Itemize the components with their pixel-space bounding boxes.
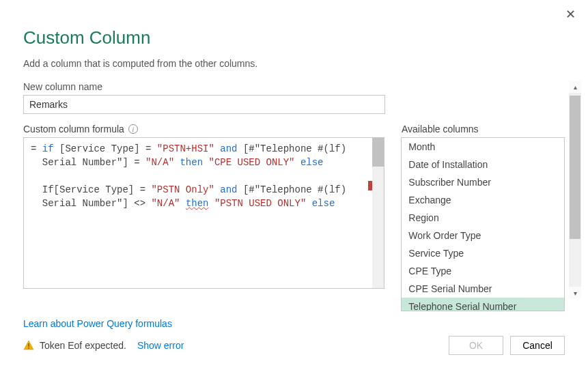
warning-icon <box>23 340 34 351</box>
list-item[interactable]: Date of Installation <box>402 156 564 173</box>
scroll-down-icon[interactable]: ▾ <box>569 287 581 299</box>
formula-editor[interactable]: = if [Service Type] = "PSTN+HSI" and [#"… <box>23 137 384 289</box>
new-column-name-input[interactable] <box>23 95 385 114</box>
list-item[interactable]: Exchange <box>402 191 564 209</box>
formula-label: Custom column formula <box>23 124 124 134</box>
list-item[interactable]: Telephone Serial Number <box>402 298 564 311</box>
cancel-button[interactable]: Cancel <box>510 336 565 355</box>
error-marker <box>368 181 372 190</box>
list-item[interactable]: Service Type <box>402 244 564 262</box>
info-icon[interactable]: i <box>128 124 138 134</box>
list-item[interactable]: Work Order Type <box>402 227 564 244</box>
list-item[interactable]: Month <box>402 138 564 156</box>
formula-text[interactable]: = if [Service Type] = "PSTN+HSI" and [#"… <box>24 138 384 214</box>
show-error-link[interactable]: Show error <box>137 340 184 351</box>
scroll-up-icon[interactable]: ▴ <box>569 81 581 93</box>
svg-rect-2 <box>28 347 29 349</box>
formula-scrollbar[interactable] <box>372 138 384 288</box>
svg-rect-1 <box>28 343 29 347</box>
list-item[interactable]: Region <box>402 209 564 227</box>
error-message: Token Eof expected. <box>40 340 126 351</box>
ok-button[interactable]: OK <box>449 336 503 355</box>
list-item[interactable]: CPE Serial Number <box>402 280 564 298</box>
learn-link[interactable]: Learn about Power Query formulas <box>23 318 172 329</box>
list-item[interactable]: CPE Type <box>402 262 564 280</box>
scroll-thumb[interactable] <box>570 96 580 239</box>
list-item[interactable]: Subscriber Number <box>402 173 564 191</box>
dialog-title: Custom Column <box>23 27 565 48</box>
available-columns-label: Available columns <box>402 124 479 134</box>
formula-scroll-thumb[interactable] <box>372 138 384 167</box>
dialog-scrollbar[interactable]: ▴ ▾ <box>569 81 581 299</box>
available-columns-list[interactable]: MonthDate of InstallationSubscriber Numb… <box>401 137 565 311</box>
dialog-description: Add a column that is computed from the o… <box>23 58 565 69</box>
close-icon[interactable]: ✕ <box>565 7 576 22</box>
new-column-name-label: New column name <box>23 81 565 92</box>
